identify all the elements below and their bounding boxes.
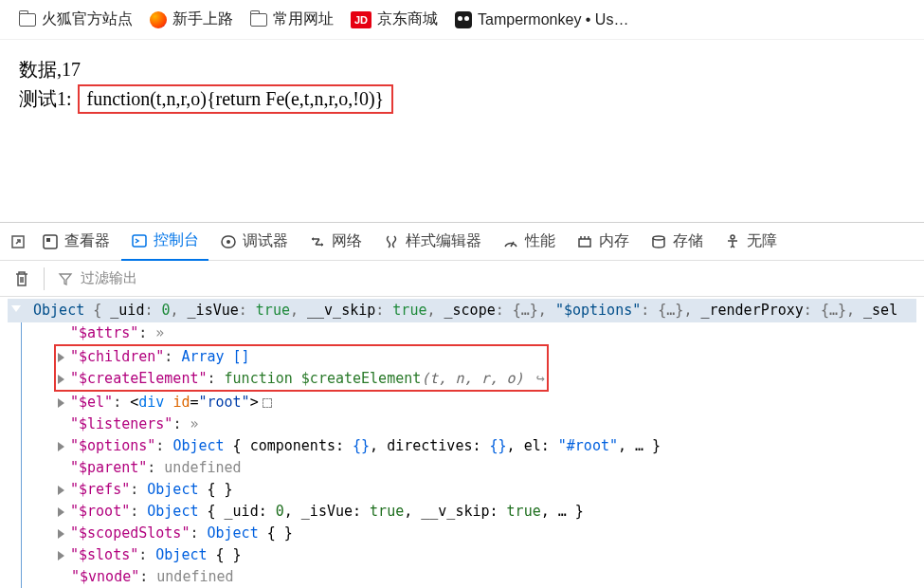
line2-code-box: function(t,n,r,o){return Fe(e,t,n,r,o,!0… [78,84,394,114]
tab-label: 样式编辑器 [406,231,481,251]
console-icon [131,232,148,249]
memory-icon [576,233,593,250]
select-node-icon[interactable] [263,398,272,408]
highlighted-props: "$children": Array [] "$createElement": … [54,344,549,392]
filter-input[interactable]: 过滤输出 [58,269,911,287]
bookmark-jd[interactable]: JD 京东商城 [351,9,438,29]
tab-inspector[interactable]: 查看器 [32,223,119,261]
line2-prefix: 测试1: [19,86,72,112]
tab-performance[interactable]: 性能 [493,223,565,261]
clear-console-button[interactable] [13,269,30,288]
bookmark-tampermonkey[interactable]: Tampermonkey • Us… [455,11,628,28]
tab-label: 内存 [599,231,629,251]
console-toolbar: 过滤输出 [0,261,924,297]
jd-icon: JD [351,11,371,28]
tab-label: 网络 [332,231,362,251]
folder-icon [19,11,36,28]
svg-point-12 [731,235,734,239]
svg-rect-2 [46,238,50,242]
prop-slots[interactable]: "$slots": Object { } [58,544,916,566]
console-output: Object { _uid: 0, _isVue: true, __v_skip… [0,297,924,588]
prop-scoped-slots[interactable]: "$scopedSlots": Object { } [58,523,916,544]
inspector-icon [42,233,59,250]
storage-icon [650,233,667,250]
funnel-icon [58,271,73,286]
folder-icon [250,11,267,28]
filter-placeholder: 过滤输出 [81,269,137,287]
bookmark-common-urls[interactable]: 常用网址 [250,9,334,29]
tab-label: 无障 [747,231,777,251]
performance-icon [502,233,519,250]
bookmark-label: 火狐官方站点 [42,9,133,29]
prop-listeners[interactable]: "$listeners": » [58,413,916,435]
bookmark-firefox-official[interactable]: 火狐官方站点 [19,9,133,29]
prop-attrs[interactable]: "$attrs": » [58,322,916,344]
tab-memory[interactable]: 内存 [567,223,639,261]
firefox-icon [150,11,167,28]
object-summary-row[interactable]: Object { _uid: 0, _isVue: true, __v_skip… [8,299,916,322]
debugger-icon [220,233,237,250]
page-content: 数据,17 测试1: function(t,n,r,o){return Fe(e… [0,40,924,131]
prop-refs[interactable]: "$refs": Object { } [58,479,916,501]
prop-parent[interactable]: "$parent": undefined [58,457,916,479]
devtools-tabs: 查看器 控制台 调试器 网络 样式编辑器 性能 内存 存储 [0,223,924,261]
bookmark-label: 京东商城 [377,9,438,29]
bookmark-label: Tampermonkey • Us… [478,11,628,28]
tab-label: 控制台 [154,230,199,250]
tab-label: 性能 [525,231,555,251]
bookmarks-bar: 火狐官方站点 新手上路 常用网址 JD 京东商城 Tampermonkey • … [0,0,924,40]
tab-label: 调试器 [243,231,288,251]
prop-root[interactable]: "$root": Object { _uid: 0, _isVue: true,… [58,501,916,523]
svg-rect-7 [579,239,590,247]
prop-children[interactable]: "$children": Array [] [58,346,545,368]
tab-style-editor[interactable]: 样式编辑器 [373,223,491,261]
tab-accessibility[interactable]: 无障 [715,223,787,261]
prop-vnode[interactable]: "$vnode": undefined [58,566,916,588]
svg-point-5 [226,240,230,244]
page-text-line2: 测试1: function(t,n,r,o){return Fe(e,t,n,r… [19,84,905,114]
bookmark-label: 常用网址 [273,9,334,29]
divider [44,267,45,290]
style-icon [383,233,400,250]
accessibility-icon [724,233,741,250]
tab-network[interactable]: 网络 [299,223,371,261]
prop-create-element[interactable]: "$createElement": function $createElemen… [58,368,545,390]
tab-label: 查看器 [64,231,110,251]
tab-storage[interactable]: 存储 [641,223,713,261]
devtools-panel: 查看器 控制台 调试器 网络 样式编辑器 性能 内存 存储 [0,222,924,588]
page-text-line1: 数据,17 [19,57,905,83]
bookmark-label: 新手上路 [172,9,233,29]
tab-console[interactable]: 控制台 [121,223,208,261]
svg-point-11 [653,236,664,240]
chevron-down-icon [11,305,21,312]
tampermonkey-icon [455,11,472,28]
popout-icon[interactable] [6,233,30,250]
bookmark-getting-started[interactable]: 新手上路 [150,9,233,29]
tab-label: 存储 [673,231,703,251]
tab-debugger[interactable]: 调试器 [210,223,298,261]
network-icon [309,233,326,250]
prop-options[interactable]: "$options": Object { components: {}, dir… [58,435,916,457]
prop-el[interactable]: "$el": <div id="root"> [58,392,916,413]
jump-to-definition-icon[interactable]: ↪ [528,370,545,387]
